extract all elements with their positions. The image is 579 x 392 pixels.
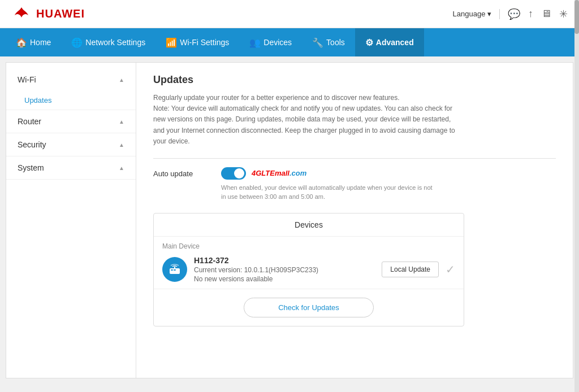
sidebar-header-security[interactable]: Security ▲ <box>6 133 136 156</box>
check-status-icon: ✓ <box>446 263 455 276</box>
device-status: No new versions available <box>194 275 375 283</box>
sidebar: Wi-Fi ▲ Updates Router ▲ Security ▲ Syst… <box>6 63 136 378</box>
nav-bar: 🏠 Home 🌐 Network Settings 📶 Wi-Fi Settin… <box>0 28 579 56</box>
sidebar-header-wifi[interactable]: Wi-Fi ▲ <box>6 68 136 91</box>
message-icon[interactable]: 💬 <box>508 8 520 20</box>
settings-spin-icon[interactable]: ✳ <box>559 8 568 20</box>
home-icon: 🏠 <box>16 37 27 48</box>
toggle-knob <box>234 168 244 178</box>
check-for-updates-button[interactable]: Check for Updates <box>244 298 374 317</box>
sidebar-wifi-label: Wi-Fi <box>18 75 36 84</box>
device-row: H112-372 Current version: 10.0.1.1(H309S… <box>162 256 455 283</box>
router-icon <box>168 263 182 276</box>
footer: Huawei Privacy Notice | Huawei Privacy P… <box>6 384 573 392</box>
sidebar-updates-label: Updates <box>24 96 51 104</box>
network-icon: 🌐 <box>71 37 83 48</box>
nav-network[interactable]: 🌐 Network Settings <box>61 28 155 56</box>
huawei-logo-icon <box>11 6 32 22</box>
nav-devices-label: Devices <box>263 38 292 47</box>
tools-icon: 🔧 <box>312 37 323 48</box>
logo: HUAWEI <box>11 6 85 22</box>
sidebar-router-arrow: ▲ <box>119 119 124 125</box>
device-name: H112-372 <box>194 256 375 265</box>
toggle-track[interactable] <box>221 167 246 180</box>
main-device-section: Main Device H112-372 <box>154 237 464 289</box>
sidebar-security-arrow: ▲ <box>119 142 124 148</box>
nav-home-label: Home <box>30 38 51 47</box>
advanced-icon: ⚙ <box>365 37 373 48</box>
content-divider <box>153 158 556 159</box>
auto-update-note: When enabled, your device will automatic… <box>221 183 436 202</box>
top-right-controls: Language ▾ 💬 ↑ 🖥 ✳ <box>453 8 568 20</box>
sidebar-item-updates[interactable]: Updates <box>6 91 136 110</box>
auto-update-label: Auto update <box>153 167 210 178</box>
device-info: H112-372 Current version: 10.0.1.1(H309S… <box>194 256 375 283</box>
nav-devices[interactable]: 👥 Devices <box>239 28 302 56</box>
nav-advanced-label: Advanced <box>376 38 414 47</box>
top-bar: HUAWEI Language ▾ 💬 ↑ 🖥 ✳ <box>0 0 579 28</box>
sidebar-system-label: System <box>18 163 44 172</box>
check-updates-wrapper: Check for Updates <box>154 289 464 326</box>
main-device-label: Main Device <box>162 242 455 250</box>
content-description: Regularly update your router for a bette… <box>153 93 459 147</box>
auto-update-toggle[interactable] <box>221 167 246 180</box>
sidebar-section-system: System ▲ <box>6 156 136 180</box>
sidebar-wifi-arrow: ▲ <box>119 77 124 83</box>
device-icon <box>162 257 187 282</box>
sidebar-header-system[interactable]: System ▲ <box>6 156 136 179</box>
content-area: Updates Regularly update your router for… <box>136 63 573 378</box>
devices-box: Devices Main Device <box>153 213 464 326</box>
desc-line2: Note: Your device will automatically che… <box>153 103 459 147</box>
nav-advanced[interactable]: ⚙ Advanced <box>355 28 424 56</box>
language-button[interactable]: Language ▾ <box>453 10 491 18</box>
svg-rect-3 <box>174 267 175 268</box>
scrollbar-track[interactable] <box>574 0 579 392</box>
svg-rect-2 <box>174 269 176 271</box>
sidebar-section-wifi: Wi-Fi ▲ Updates <box>6 68 136 110</box>
auto-update-controls: 4GLTEmall.com When enabled, your device … <box>221 167 436 202</box>
sidebar-security-label: Security <box>18 140 46 149</box>
wifi-icon: 📶 <box>166 37 177 48</box>
divider <box>499 9 500 19</box>
desc-line1: Regularly update your router for a bette… <box>153 93 459 103</box>
brand-name: HUAWEI <box>36 7 85 20</box>
svg-rect-0 <box>170 268 180 274</box>
auto-update-row: Auto update 4GLTEmall.com When enabled, … <box>153 167 556 202</box>
svg-rect-1 <box>171 269 173 271</box>
sidebar-header-router[interactable]: Router ▲ <box>6 110 136 133</box>
nav-tools[interactable]: 🔧 Tools <box>302 28 355 56</box>
main-container: Wi-Fi ▲ Updates Router ▲ Security ▲ Syst… <box>6 62 573 378</box>
nav-wifi[interactable]: 📶 Wi-Fi Settings <box>155 28 239 56</box>
nav-wifi-label: Wi-Fi Settings <box>180 38 229 47</box>
local-update-button[interactable]: Local Update <box>382 262 439 277</box>
devices-box-title: Devices <box>154 214 464 237</box>
sidebar-system-arrow: ▲ <box>119 165 124 171</box>
scrollbar-thumb[interactable] <box>574 0 579 34</box>
nav-tools-label: Tools <box>326 38 345 47</box>
nav-network-label: Network Settings <box>85 38 145 47</box>
sidebar-section-router: Router ▲ <box>6 110 136 133</box>
page-title: Updates <box>153 74 556 86</box>
device-version: Current version: 10.0.1.1(H309SP3C233) <box>194 266 375 274</box>
nav-home[interactable]: 🏠 Home <box>6 28 61 56</box>
screen-icon[interactable]: 🖥 <box>541 8 551 20</box>
sidebar-section-security: Security ▲ <box>6 133 136 156</box>
devices-icon: 👥 <box>249 37 261 48</box>
upload-icon[interactable]: ↑ <box>528 8 533 20</box>
watermark-text: 4GLTEmall.com <box>252 169 306 177</box>
sidebar-router-label: Router <box>18 117 41 126</box>
